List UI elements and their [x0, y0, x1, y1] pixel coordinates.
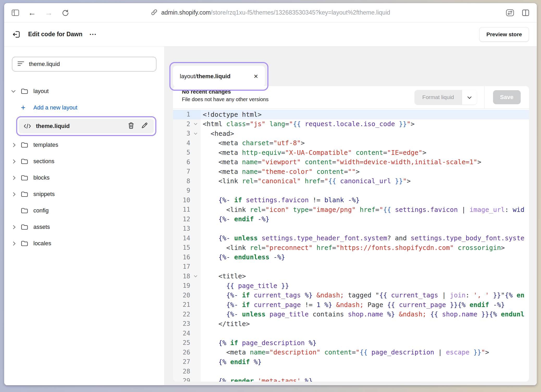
- line-number: 5: [173, 149, 190, 156]
- code-line[interactable]: 21 {%- if current_page != 1 %} &ndash; P…: [173, 300, 529, 310]
- line-number: 21: [173, 301, 190, 308]
- chevron-right-icon[interactable]: [11, 143, 16, 147]
- sidebar-item-config[interactable]: config: [12, 202, 156, 219]
- code-text: <html class="js" lang="{{ request.locale…: [201, 120, 415, 128]
- sidebar-item-layout[interactable]: layout: [12, 83, 156, 99]
- code-line[interactable]: 17: [173, 262, 529, 272]
- editor-card: No recent changes File does not have any…: [173, 86, 529, 382]
- code-text: <link rel="canonical" href="{{ canonical…: [201, 177, 411, 185]
- line-gutter: 8: [173, 176, 201, 186]
- line-number: 6: [173, 158, 190, 166]
- format-liquid-dropdown[interactable]: [462, 90, 477, 105]
- add-new-layout-button[interactable]: +Add a new layout: [12, 99, 156, 116]
- line-gutter: 12: [173, 215, 201, 224]
- code-line[interactable]: 8 <link rel="canonical" href="{{ canonic…: [173, 176, 529, 186]
- url-bar[interactable]: admin.shopify.com/store/rzq1xu-f5/themes…: [151, 9, 390, 17]
- rename-file-icon[interactable]: [141, 122, 148, 130]
- code-text: <meta charset="utf-8">: [201, 139, 305, 147]
- code-line[interactable]: 3 <head>: [173, 129, 529, 138]
- sidebar-item-sections[interactable]: sections: [12, 153, 156, 169]
- line-number: 1: [173, 111, 190, 118]
- folder-icon: [21, 175, 30, 181]
- sidebar-toggle-icon[interactable]: [11, 8, 20, 17]
- delete-file-icon[interactable]: [128, 122, 134, 130]
- code-line[interactable]: 24: [173, 329, 529, 338]
- chevron-down-icon[interactable]: [11, 89, 16, 93]
- code-line[interactable]: 7 <meta name="theme-color" content="">: [173, 167, 529, 176]
- tune-icon[interactable]: [506, 8, 514, 17]
- chevron-right-icon[interactable]: [11, 242, 16, 246]
- line-gutter: 7: [173, 167, 201, 176]
- code-line[interactable]: 27 {% endif %}: [173, 357, 529, 367]
- code-line[interactable]: 20 {%- if current_tags %} &ndash; tagged…: [173, 291, 529, 300]
- code-line[interactable]: 18 <title>: [173, 272, 529, 281]
- code-line[interactable]: 19 {{ page_title }}: [173, 281, 529, 291]
- folder-label: templates: [33, 142, 58, 148]
- plus-icon: +: [21, 103, 30, 112]
- code-line[interactable]: 15 <link rel="preconnect" href="https://…: [173, 243, 529, 253]
- line-number: 10: [173, 197, 190, 204]
- code-line[interactable]: 14 {%- unless settings.type_header_font.…: [173, 234, 529, 243]
- line-gutter: 4: [173, 138, 201, 148]
- preview-store-button[interactable]: Preview store: [479, 27, 529, 42]
- line-gutter: 1: [173, 110, 201, 119]
- file-search-input[interactable]: theme.liquid: [12, 57, 156, 71]
- folder-icon: [21, 224, 30, 230]
- back-button[interactable]: ←: [28, 8, 36, 17]
- folder-icon: [21, 191, 30, 197]
- line-gutter: 14: [173, 234, 201, 243]
- code-line[interactable]: 13: [173, 224, 529, 234]
- chevron-right-icon[interactable]: [11, 225, 16, 229]
- sidebar-item-locales[interactable]: locales: [12, 235, 156, 252]
- sidebar-item-assets[interactable]: assets: [12, 219, 156, 235]
- chevron-right-icon[interactable]: [11, 160, 16, 164]
- line-gutter: 6: [173, 157, 201, 167]
- code-line[interactable]: 9: [173, 186, 529, 195]
- code-line[interactable]: 4 <meta charset="utf-8">: [173, 138, 529, 148]
- save-button[interactable]: Save: [493, 90, 521, 104]
- tab-close-icon[interactable]: ×: [254, 73, 258, 80]
- code-line[interactable]: 11 <link rel="icon" type="image/png" hre…: [173, 205, 529, 215]
- code-line[interactable]: 22 {%- unless page_title contains shop.n…: [173, 310, 529, 319]
- sidebar-item-theme-liquid[interactable]: theme.liquid: [19, 119, 154, 133]
- chevron-right-icon[interactable]: [11, 192, 16, 197]
- line-number: 2: [173, 120, 190, 128]
- line-number: 26: [173, 349, 190, 356]
- code-text: <meta name="description" content="{{ pag…: [201, 348, 489, 356]
- code-line[interactable]: 16 {%- endunless -%}: [173, 253, 529, 262]
- split-view-icon[interactable]: [521, 8, 530, 17]
- code-line[interactable]: 10 {%- if settings.favicon != blank -%}: [173, 195, 529, 205]
- line-number: 23: [173, 320, 190, 327]
- code-line[interactable]: 1<!doctype html>: [173, 110, 529, 119]
- tab-theme-liquid[interactable]: layout/theme.liquid ×: [173, 66, 265, 87]
- code-line[interactable]: 2<html class="js" lang="{{ request.local…: [173, 119, 529, 129]
- overflow-menu-button[interactable]: •••: [90, 32, 97, 36]
- folder-label: config: [33, 207, 49, 214]
- reload-button[interactable]: [61, 8, 70, 17]
- filter-icon: [17, 61, 24, 68]
- code-line[interactable]: 28: [173, 367, 529, 376]
- code-editor[interactable]: 1<!doctype html>2<html class="js" lang="…: [173, 109, 529, 382]
- format-liquid-button[interactable]: Format liquid: [415, 90, 477, 105]
- code-line[interactable]: 23 </title>: [173, 319, 529, 329]
- line-number: 22: [173, 311, 190, 318]
- url-text: admin.shopify.com/store/rzq1xu-f5/themes…: [161, 9, 390, 16]
- exit-editor-icon[interactable]: [12, 30, 21, 39]
- line-gutter: 28: [173, 367, 201, 376]
- fold-chevron-icon[interactable]: [194, 131, 197, 135]
- code-line[interactable]: 25 {% if page_description %}: [173, 338, 529, 348]
- sidebar-item-templates[interactable]: templates: [12, 137, 156, 153]
- fold-chevron-icon[interactable]: [194, 274, 197, 277]
- chevron-right-icon[interactable]: [11, 176, 16, 180]
- forward-button[interactable]: →: [44, 8, 53, 17]
- code-line[interactable]: 5 <meta http-equiv="X-UA-Compatible" con…: [173, 148, 529, 157]
- sidebar-item-blocks[interactable]: blocks: [12, 169, 156, 186]
- code-line[interactable]: 26 <meta name="description" content="{{ …: [173, 348, 529, 357]
- code-line[interactable]: 29 {% render 'meta-tags' %}: [173, 376, 529, 382]
- sidebar-item-snippets[interactable]: snippets: [12, 186, 156, 202]
- browser-toolbar: ← → admin.shopify.com/store/rzq1xu-f5/th…: [4, 3, 537, 22]
- code-line[interactable]: 6 <meta name="viewport" content="width=d…: [173, 157, 529, 167]
- fold-chevron-icon[interactable]: [194, 122, 197, 125]
- code-line[interactable]: 12 {%- endif -%}: [173, 215, 529, 224]
- code-text: <title>: [201, 272, 246, 280]
